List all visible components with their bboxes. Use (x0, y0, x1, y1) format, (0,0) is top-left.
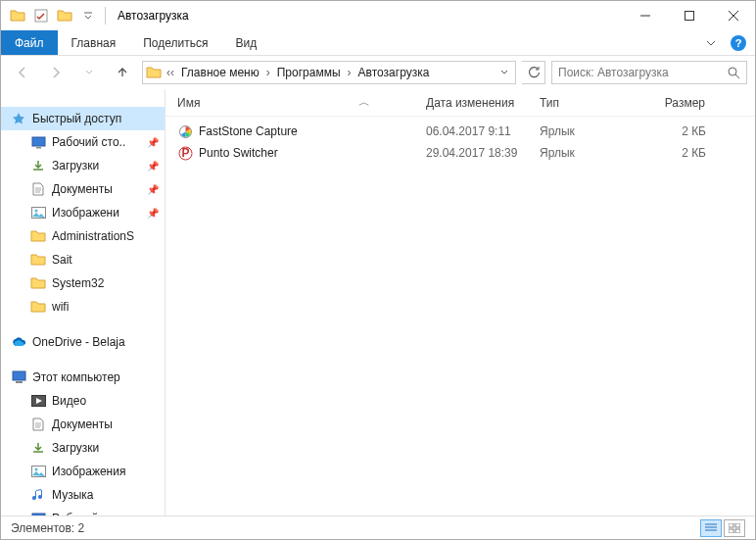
ribbon: Файл Главная Поделиться Вид ? (1, 30, 755, 56)
chevron-right-icon[interactable]: ‹‹ (165, 66, 176, 79)
sidebar-item[interactable]: System32 (1, 271, 165, 295)
sidebar-item-label: Рабочий сто.. (52, 135, 125, 149)
sidebar-item-label: Документы (52, 417, 113, 431)
status-count: Элементов: 2 (11, 521, 84, 535)
chevron-right-icon[interactable]: › (346, 66, 354, 79)
file-date: 06.04.2017 9:11 (418, 124, 532, 138)
sidebar-item[interactable]: Рабочий стол (1, 507, 165, 515)
sidebar-item-label: wifi (52, 300, 69, 314)
tab-file[interactable]: Файл (1, 30, 58, 55)
sidebar-item-label: Видео (52, 394, 86, 408)
ribbon-expand-button[interactable] (700, 32, 722, 54)
breadcrumb[interactable]: Программы (272, 62, 346, 83)
address-dropdown[interactable] (496, 69, 513, 76)
file-row[interactable]: PPunto Switcher29.04.2017 18:39Ярлык2 КБ (165, 142, 755, 164)
svg-rect-3 (32, 137, 45, 146)
sidebar-item-label: Загрузки (52, 159, 99, 172)
chevron-right-icon[interactable]: › (264, 66, 272, 79)
maximize-button[interactable] (667, 2, 711, 30)
svg-point-6 (34, 210, 37, 213)
svg-rect-1 (685, 12, 693, 21)
downloads-icon (30, 440, 46, 456)
sidebar-item[interactable]: AdministrationS (1, 224, 165, 248)
sidebar-item[interactable]: Документы📌 (1, 177, 165, 201)
address-bar[interactable]: ‹‹ Главное меню › Программы › Автозагруз… (142, 61, 516, 84)
search-input[interactable]: Поиск: Автозагрузка (551, 61, 747, 84)
refresh-button[interactable] (522, 61, 545, 84)
up-button[interactable] (109, 60, 136, 85)
breadcrumb[interactable]: Главное меню (176, 62, 264, 83)
breadcrumb[interactable]: Автозагрузка (354, 62, 435, 83)
file-row[interactable]: FastStone Capture06.04.2017 9:11Ярлык2 К… (165, 121, 755, 142)
file-type: Ярлык (532, 124, 647, 138)
sidebar-item[interactable]: wifi (1, 295, 165, 319)
sidebar-item-label: Загрузки (52, 441, 99, 455)
file-name: FastStone Capture (199, 124, 298, 138)
sidebar-this-pc[interactable]: Этот компьютер (1, 366, 165, 389)
column-type[interactable]: Тип (532, 89, 647, 116)
tab-view[interactable]: Вид (221, 30, 270, 55)
folder-icon (145, 64, 163, 81)
documents-icon (30, 417, 46, 432)
sidebar-item[interactable]: Музыка (1, 483, 165, 507)
pictures-icon (30, 205, 46, 221)
sidebar-item-label: OneDrive - Belaja (32, 335, 125, 349)
file-date: 29.04.2017 18:39 (418, 146, 532, 160)
column-size[interactable]: Размер (647, 89, 714, 116)
status-bar: Элементов: 2 (1, 515, 755, 539)
onedrive-icon (11, 334, 26, 350)
folder-icon (30, 252, 46, 268)
svg-point-2 (729, 68, 736, 75)
sidebar-item[interactable]: Загрузки (1, 436, 165, 460)
file-type: Ярлык (532, 146, 647, 160)
svg-text:P: P (181, 146, 189, 160)
sidebar: Быстрый доступ Рабочий сто..📌Загрузки📌До… (1, 89, 165, 515)
properties-button[interactable] (30, 5, 52, 26)
folder-icon (30, 275, 46, 291)
column-name[interactable]: Имя ︿ (165, 89, 418, 116)
help-button[interactable]: ? (728, 32, 749, 54)
sidebar-item[interactable]: Видео (1, 389, 165, 413)
view-large-button[interactable] (724, 519, 745, 537)
desktop-icon (30, 134, 46, 150)
star-icon (11, 111, 26, 126)
minimize-button[interactable] (623, 2, 667, 30)
svg-rect-18 (735, 523, 740, 527)
recent-dropdown[interactable] (75, 60, 103, 85)
tab-share[interactable]: Поделиться (129, 30, 221, 55)
close-button[interactable] (711, 2, 755, 30)
file-size: 2 КБ (647, 146, 714, 160)
sidebar-item-label: Sait (52, 253, 72, 267)
sidebar-item[interactable]: Изображени📌 (1, 201, 165, 224)
music-icon (30, 487, 46, 503)
sidebar-item-label: Документы (52, 182, 113, 196)
folder-icon (30, 228, 46, 244)
sidebar-item[interactable]: Документы (1, 413, 165, 436)
column-headers: Имя ︿ Дата изменения Тип Размер (165, 89, 755, 117)
sidebar-item[interactable]: Изображения (1, 460, 165, 483)
qat-dropdown[interactable] (77, 5, 99, 26)
sidebar-item-label: Изображения (52, 465, 125, 478)
downloads-icon (30, 158, 46, 173)
file-icon (177, 123, 193, 139)
column-date[interactable]: Дата изменения (418, 89, 532, 116)
pc-icon (11, 369, 26, 385)
svg-rect-7 (13, 371, 25, 380)
forward-button[interactable] (42, 60, 70, 85)
tab-home[interactable]: Главная (58, 30, 130, 55)
sidebar-quick-access[interactable]: Быстрый доступ (1, 107, 165, 130)
sidebar-onedrive[interactable]: OneDrive - Belaja (1, 330, 165, 354)
file-list-area: Имя ︿ Дата изменения Тип Размер FastSton… (165, 89, 755, 515)
sidebar-item-label: System32 (52, 276, 104, 290)
address-row: ‹‹ Главное меню › Программы › Автозагруз… (1, 56, 755, 89)
sidebar-item[interactable]: Sait (1, 248, 165, 271)
search-icon (728, 67, 740, 79)
view-details-button[interactable] (700, 519, 722, 537)
sidebar-item-label: Быстрый доступ (32, 112, 121, 125)
sidebar-item[interactable]: Загрузки📌 (1, 154, 165, 177)
sort-indicator-icon: ︿ (358, 94, 370, 111)
window-title: Автозагрузка (118, 9, 623, 23)
back-button[interactable] (9, 60, 36, 85)
sidebar-item-label: Музыка (52, 488, 93, 502)
sidebar-item[interactable]: Рабочий сто..📌 (1, 130, 165, 154)
